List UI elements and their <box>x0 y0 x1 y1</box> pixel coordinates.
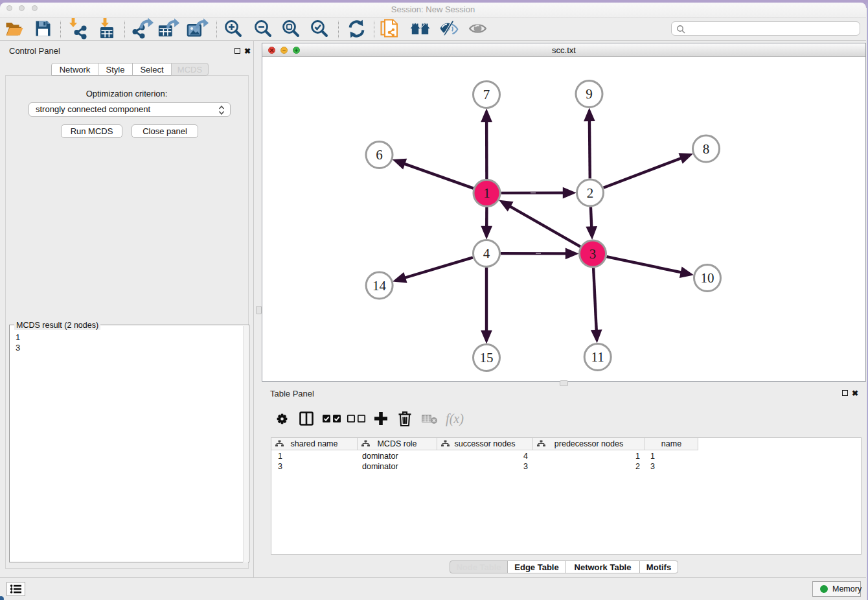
svg-text:3: 3 <box>589 246 597 262</box>
svg-text:2: 2 <box>587 185 594 201</box>
svg-text:1: 1 <box>483 185 490 201</box>
svg-text:14: 14 <box>372 278 387 294</box>
svg-text:4: 4 <box>483 246 490 261</box>
svg-text:9: 9 <box>586 86 593 102</box>
svg-text:7: 7 <box>483 87 490 102</box>
svg-text:10: 10 <box>701 270 714 286</box>
svg-text:6: 6 <box>376 147 383 163</box>
svg-text:8: 8 <box>703 141 710 157</box>
svg-text:15: 15 <box>480 350 494 365</box>
svg-text:11: 11 <box>591 349 604 365</box>
